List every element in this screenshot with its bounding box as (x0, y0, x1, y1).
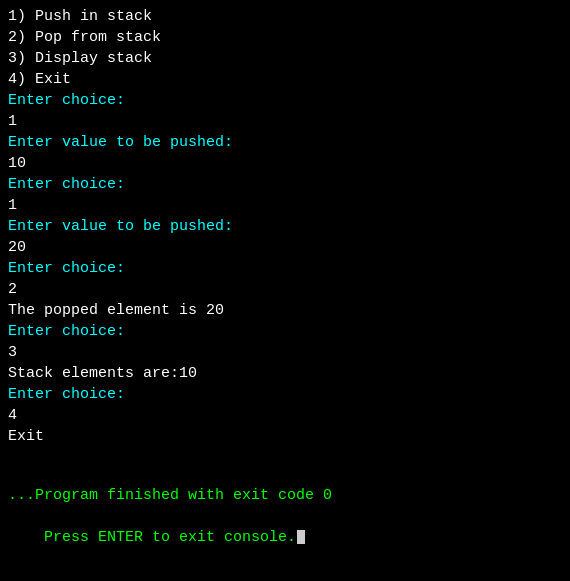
push-prompt-2: Enter value to be pushed: (8, 216, 562, 237)
input-1: 1 (8, 111, 562, 132)
push-prompt-1: Enter value to be pushed: (8, 132, 562, 153)
spacer (8, 447, 562, 461)
prompt-2: Enter choice: (8, 174, 562, 195)
spacer2 (8, 461, 562, 475)
program-finished-line: ...Program finished with exit code 0 (8, 485, 562, 506)
prompt-3: Enter choice: (8, 258, 562, 279)
push-value-1: 10 (8, 153, 562, 174)
input-4: 3 (8, 342, 562, 363)
push-value-2: 20 (8, 237, 562, 258)
input-2: 1 (8, 195, 562, 216)
prompt-1: Enter choice: (8, 90, 562, 111)
menu-item-4: 4) Exit (8, 69, 562, 90)
prompt-4: Enter choice: (8, 321, 562, 342)
stack-elements: Stack elements are:10 (8, 363, 562, 384)
menu-item-3: 3) Display stack (8, 48, 562, 69)
press-enter-line: Press ENTER to exit console. (8, 506, 562, 569)
input-5: 4 (8, 405, 562, 426)
popped-element: The popped element is 20 (8, 300, 562, 321)
cursor-block (297, 530, 305, 544)
menu-item-1: 1) Push in stack (8, 6, 562, 27)
prompt-5: Enter choice: (8, 384, 562, 405)
menu-item-2: 2) Pop from stack (8, 27, 562, 48)
exit-message: Exit (8, 426, 562, 447)
terminal-window: 1) Push in stack 2) Pop from stack 3) Di… (0, 0, 570, 581)
input-3: 2 (8, 279, 562, 300)
